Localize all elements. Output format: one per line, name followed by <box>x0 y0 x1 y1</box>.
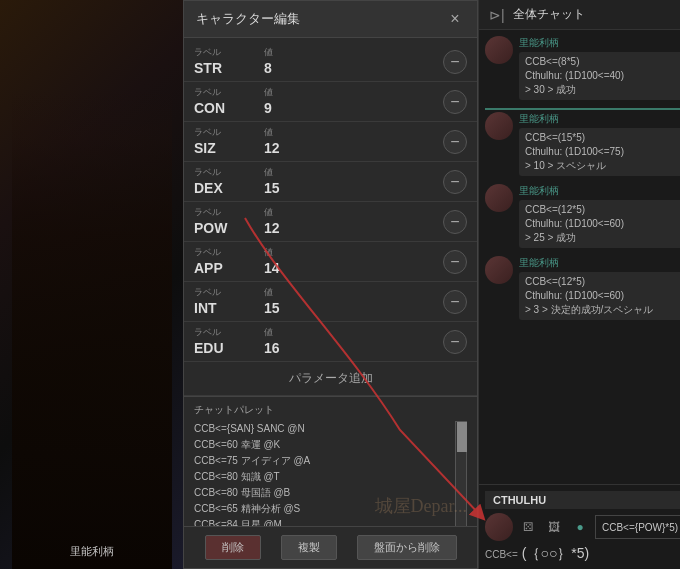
remove-from-scene-button[interactable]: 盤面から削除 <box>357 535 457 560</box>
chat-msg-name-1: 里能利柄 <box>519 112 680 126</box>
chat-icons-row: ⚄ 🖼 ● <box>517 516 591 538</box>
chat-msg-text-0: CCB<=(8*5)Cthulhu: (1D100<=40)> 30 > 成功 <box>519 52 680 100</box>
param-label-small-dex: ラベル <box>194 166 264 179</box>
system-name-label: CTHULHU <box>493 494 546 506</box>
chat-header: ⊳| 全体チャット ⚙ <box>479 0 680 30</box>
chat-msg-content-3: 里能利柄 CCB<=(12*5)Cthulhu: (1D100<=60)> 3 … <box>519 256 680 320</box>
param-label-small-siz: ラベル <box>194 126 264 139</box>
param-name-str: STR <box>194 60 222 76</box>
avatar-inner-2 <box>485 184 513 212</box>
param-value-col-dex: 値 15 <box>264 166 443 197</box>
param-label-small-edu: ラベル <box>194 326 264 339</box>
param-label-small-con: ラベル <box>194 86 264 99</box>
param-label-small-app: ラベル <box>194 246 264 259</box>
editor-body: ラベル STR 値 8 − ラベル CON 値 9 − ラベル <box>184 38 477 526</box>
avatar-3 <box>485 256 513 284</box>
param-label-col-siz: ラベル SIZ <box>194 126 264 157</box>
param-row-con: ラベル CON 値 9 − <box>184 82 477 122</box>
palette-line-1: CCB<=60 幸運 @K <box>194 437 467 453</box>
chat-msg-name-3: 里能利柄 <box>519 256 680 270</box>
skip-icon: ⊳| <box>489 7 505 23</box>
dice-icon-btn[interactable]: ⚄ <box>517 516 539 538</box>
param-minus-siz[interactable]: − <box>443 130 467 154</box>
param-minus-con[interactable]: − <box>443 90 467 114</box>
param-value-small-dex: 値 <box>264 166 443 179</box>
param-minus-edu[interactable]: − <box>443 330 467 354</box>
palette-line-5: CCB<=65 精神分析 @S <box>194 501 467 517</box>
param-value-small-app: 値 <box>264 246 443 259</box>
param-name-siz: SIZ <box>194 140 216 156</box>
chat-bottom-row: ⚄ 🖼 ● 全体 送信 <box>485 513 680 541</box>
param-name-edu: EDU <box>194 340 224 356</box>
chat-panel: ⊳| 全体チャット ⚙ 里能利柄 CCB<=(8*5)Cthulhu: (1D1… <box>478 0 680 569</box>
chat-system-selector: CTHULHU ▼ To: 全体 <box>485 491 680 509</box>
character-panel: 里能利柄 <box>0 0 183 569</box>
avatar-0 <box>485 36 513 64</box>
param-value-col-edu: 値 16 <box>264 326 443 357</box>
param-value-pow: 12 <box>264 220 280 236</box>
param-value-dex: 15 <box>264 180 280 196</box>
delete-button[interactable]: 削除 <box>205 535 261 560</box>
param-value-small-siz: 値 <box>264 126 443 139</box>
param-value-str: 8 <box>264 60 272 76</box>
chat-msg-content-2: 里能利柄 CCB<=(12*5)Cthulhu: (1D100<=60)> 25… <box>519 184 680 248</box>
param-label-small-pow: ラベル <box>194 206 264 219</box>
param-label-small-str: ラベル <box>194 46 264 59</box>
image-icon-btn[interactable]: 🖼 <box>543 516 565 538</box>
param-row-dex: ラベル DEX 値 15 − <box>184 162 477 202</box>
param-value-small-edu: 値 <box>264 326 443 339</box>
param-minus-str[interactable]: − <box>443 50 467 74</box>
param-label-col-int: ラベル INT <box>194 286 264 317</box>
param-value-col-siz: 値 12 <box>264 126 443 157</box>
character-name-label: 里能利柄 <box>0 544 183 559</box>
palette-line-3: CCB<=80 知識 @T <box>194 469 467 485</box>
chat-user-avatar <box>485 513 513 541</box>
param-value-app: 14 <box>264 260 280 276</box>
chat-input-field[interactable] <box>595 515 680 539</box>
param-minus-dex[interactable]: − <box>443 170 467 194</box>
param-minus-pow[interactable]: − <box>443 210 467 234</box>
chat-palette-title: チャットパレット <box>194 403 467 417</box>
avatar-2 <box>485 184 513 212</box>
chat-msg-name-0: 里能利柄 <box>519 36 680 50</box>
param-name-dex: DEX <box>194 180 223 196</box>
param-value-edu: 16 <box>264 340 280 356</box>
palette-line-0: CCB<={SAN} SANC @N <box>194 421 467 437</box>
param-value-col-con: 値 9 <box>264 86 443 117</box>
avatar-1 <box>485 112 513 140</box>
chat-msg-content-0: 里能利柄 CCB<=(8*5)Cthulhu: (1D100<=40)> 30 … <box>519 36 680 100</box>
param-row-app: ラベル APP 値 14 − <box>184 242 477 282</box>
param-row-siz: ラベル SIZ 値 12 − <box>184 122 477 162</box>
editor-footer: 削除 複製 盤面から削除 <box>184 526 477 568</box>
param-name-pow: POW <box>194 220 227 236</box>
chat-system-name[interactable]: CTHULHU ▼ <box>485 491 680 509</box>
close-button[interactable]: × <box>445 9 465 29</box>
param-minus-app[interactable]: − <box>443 250 467 274</box>
avatar-inner-0 <box>485 36 513 64</box>
editor-title: キャラクター編集 <box>196 10 300 28</box>
chat-palette-content[interactable]: CCB<={SAN} SANC @N CCB<=60 幸運 @K CCB<=75… <box>194 421 467 526</box>
add-param-button[interactable]: パラメータ追加 <box>184 362 477 396</box>
param-value-int: 15 <box>264 300 280 316</box>
param-row-str: ラベル STR 値 8 − <box>184 42 477 82</box>
param-label-col-con: ラベル CON <box>194 86 264 117</box>
character-editor: キャラクター編集 × ラベル STR 値 8 − ラベル CON 値 9 <box>183 0 478 569</box>
param-label-col-app: ラベル APP <box>194 246 264 277</box>
palette-scrollbar-thumb <box>457 422 467 452</box>
palette-scrollbar[interactable] <box>455 421 467 526</box>
palette-line-4: CCB<=80 母国語 @B <box>194 485 467 501</box>
chat-input-area: CTHULHU ▼ To: 全体 ⚄ 🖼 ● 全体 送信 CCB<= (｛○○｝… <box>479 484 680 569</box>
chat-message-3: 里能利柄 CCB<=(12*5)Cthulhu: (1D100<=60)> 3 … <box>485 256 680 320</box>
character-image <box>12 89 172 569</box>
copy-button[interactable]: 複製 <box>281 535 337 560</box>
editor-header: キャラクター編集 × <box>184 1 477 38</box>
palette-icon-btn[interactable]: ● <box>569 516 591 538</box>
param-row-int: ラベル INT 値 15 − <box>184 282 477 322</box>
chat-divider-0 <box>485 108 680 110</box>
param-label-small-int: ラベル <box>194 286 264 299</box>
chat-msg-name-2: 里能利柄 <box>519 184 680 198</box>
param-label-col-pow: ラベル POW <box>194 206 264 237</box>
chat-message-1: 里能利柄 CCB<=(15*5)Cthulhu: (1D100<=75)> 10… <box>485 112 680 176</box>
param-minus-int[interactable]: − <box>443 290 467 314</box>
param-value-col-str: 値 8 <box>264 46 443 77</box>
